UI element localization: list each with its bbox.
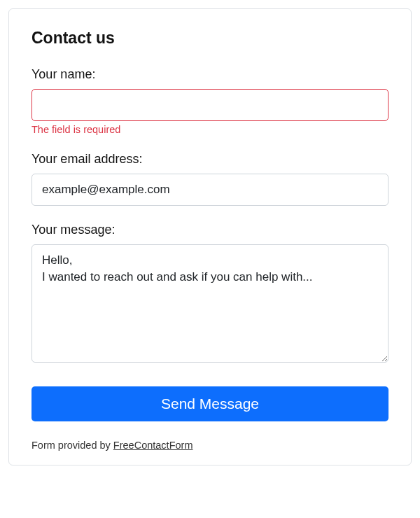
name-field-group: Your name: The field is required <box>31 67 388 135</box>
name-error-text: The field is required <box>31 124 388 135</box>
message-field-group: Your message: Hello, I wanted to reach o… <box>31 223 388 366</box>
email-input[interactable] <box>31 174 388 206</box>
message-label: Your message: <box>31 223 388 237</box>
form-title: Contact us <box>31 29 388 48</box>
name-label: Your name: <box>31 67 388 82</box>
send-message-button[interactable]: Send Message <box>31 386 388 421</box>
form-footer: Form provided by FreeContactForm <box>31 440 388 451</box>
message-textarea[interactable]: Hello, I wanted to reach out and ask if … <box>31 244 388 363</box>
footer-prefix: Form provided by <box>31 440 113 451</box>
contact-form-card: Contact us Your name: The field is requi… <box>8 8 412 465</box>
email-field-group: Your email address: <box>31 152 388 206</box>
email-label: Your email address: <box>31 152 388 167</box>
name-input[interactable] <box>31 89 388 121</box>
footer-link[interactable]: FreeContactForm <box>113 440 193 451</box>
